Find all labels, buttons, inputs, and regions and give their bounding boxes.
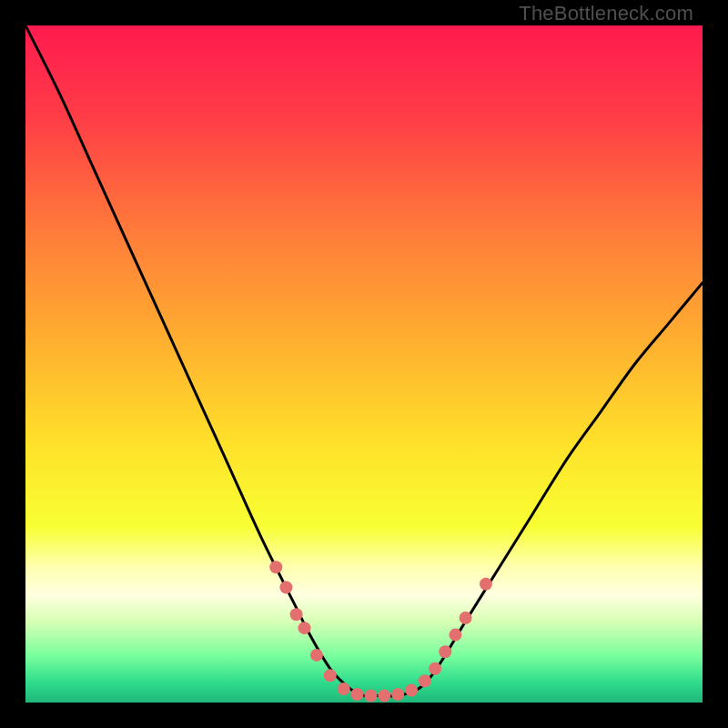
- plot-area: [25, 25, 703, 703]
- data-point: [419, 674, 431, 687]
- data-point: [269, 561, 282, 573]
- bottleneck-chart: [25, 25, 703, 703]
- data-point: [391, 688, 404, 701]
- data-point: [290, 608, 303, 621]
- data-point: [378, 690, 390, 703]
- data-point: [338, 682, 350, 695]
- data-point: [310, 649, 323, 662]
- data-point: [480, 578, 492, 591]
- data-point: [460, 612, 472, 624]
- data-point: [429, 662, 441, 675]
- data-point: [405, 684, 418, 697]
- data-point: [351, 688, 364, 701]
- watermark-text: TheBottleneck.com: [519, 2, 693, 25]
- data-point: [324, 669, 337, 682]
- gradient-background: [25, 25, 703, 703]
- data-point: [449, 629, 461, 642]
- data-point: [439, 645, 451, 658]
- data-point: [364, 690, 377, 703]
- data-point: [279, 581, 292, 594]
- chart-frame: TheBottleneck.com: [0, 0, 728, 728]
- data-point: [298, 622, 311, 634]
